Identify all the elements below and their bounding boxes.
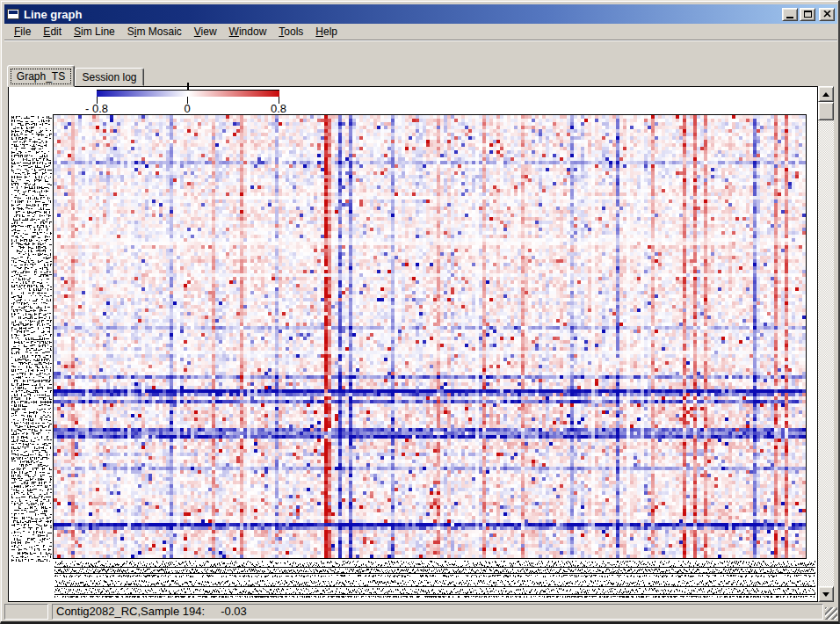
close-button[interactable]	[819, 8, 835, 21]
close-icon	[823, 11, 831, 18]
heatmap-frame	[53, 114, 807, 559]
menu-sim-mosaic[interactable]: Sim Mosaic	[121, 24, 188, 40]
window-title: Line graph	[24, 8, 782, 21]
scroll-down-icon	[822, 592, 829, 597]
row-labels-microtext	[11, 116, 52, 562]
menu-edit[interactable]: Edit	[37, 24, 68, 40]
colormap-label-zero: 0	[159, 102, 215, 115]
minimize-button[interactable]	[782, 8, 798, 21]
maximize-button[interactable]	[800, 8, 815, 21]
colormap-gradient	[97, 90, 279, 97]
scroll-down-button[interactable]	[818, 586, 834, 602]
status-cell-main: Contig2082_RC,Sample 194: -0.03	[52, 604, 823, 620]
graph-panel: - 0.8 0 0.8	[8, 86, 818, 602]
menu-help[interactable]: Help	[309, 24, 344, 40]
menu-window[interactable]: Window	[223, 24, 273, 40]
app-window: Line graph File Edit Sim Line Sim Mosaic…	[0, 0, 840, 624]
menu-sim-line[interactable]: Sim Line	[68, 24, 121, 40]
tab-graph-ts[interactable]: Graph_TS	[7, 65, 75, 87]
menubar-separator	[4, 40, 837, 41]
scroll-up-icon	[822, 92, 829, 97]
menu-view[interactable]: View	[188, 24, 223, 40]
colormap-label-min: - 0.8	[69, 102, 125, 115]
scroll-up-button[interactable]	[818, 86, 834, 102]
status-cell-empty	[4, 604, 48, 620]
titlebar[interactable]: Line graph	[4, 4, 837, 24]
scrollbar-thumb[interactable]	[818, 102, 834, 120]
heatmap-canvas[interactable]	[54, 115, 806, 558]
vertical-scrollbar[interactable]	[818, 86, 834, 602]
menubar: File Edit Sim Line Sim Mosaic View Windo…	[4, 24, 837, 40]
tab-session-log-label: Session log	[82, 71, 136, 83]
status-text: Contig2082_RC,Sample 194: -0.03	[56, 605, 247, 618]
menu-file[interactable]: File	[8, 24, 37, 40]
column-labels-microtext	[54, 561, 815, 599]
minimize-icon	[786, 11, 793, 18]
statusbar: Contig2082_RC,Sample 194: -0.03	[4, 603, 837, 621]
tab-graph-ts-label: Graph_TS	[11, 69, 71, 84]
app-icon	[7, 9, 19, 19]
menu-tools[interactable]: Tools	[272, 24, 309, 40]
resize-grip[interactable]	[825, 607, 837, 620]
tab-session-log[interactable]: Session log	[75, 68, 144, 86]
maximize-icon	[804, 11, 812, 18]
window-controls	[782, 8, 835, 21]
colormap-label-max: 0.8	[250, 102, 307, 115]
colormap-zero-marker	[187, 83, 189, 90]
